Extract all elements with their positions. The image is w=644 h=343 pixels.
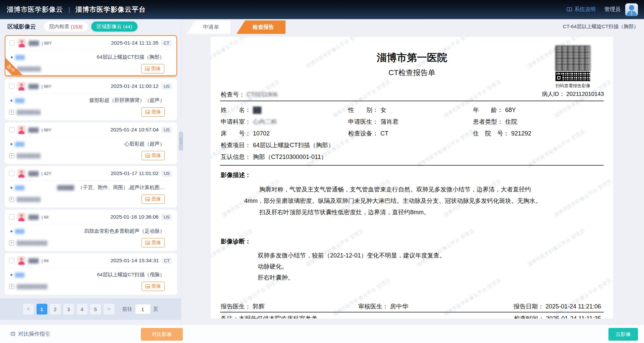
exam-card[interactable]: 选中 ███ | 64 2025-01-14 15:34:31 CT ███ 6… xyxy=(5,253,177,295)
goto-page-input[interactable] xyxy=(135,304,151,314)
page-unit-label: 页 xyxy=(153,306,158,312)
device-value: CT xyxy=(380,130,388,137)
image-button-label: 图像 xyxy=(152,153,161,159)
view-images-button[interactable]: 图像 xyxy=(142,282,165,291)
exam-card[interactable]: 选中 ███ | 68Y 2025-01-24 11:00:12 US ███ … xyxy=(5,79,177,120)
page-button-4[interactable]: 4 xyxy=(77,304,88,315)
report-note-row: 备注：本报告仅供本院临床科室参考 检查时间： 2025-01-24 11:11:… xyxy=(221,315,601,319)
status-dot xyxy=(10,230,12,232)
exam-name: 64层以上螺旋CT扫描（颅脑） xyxy=(97,272,165,278)
expand-plus-icon[interactable]: + xyxy=(9,197,14,202)
exam-status-blurred: ███ xyxy=(15,185,25,190)
patient-id-label: 病人ID： xyxy=(542,91,565,97)
cloud-images-button[interactable]: 云影像 xyxy=(608,328,638,341)
hospital-name-blurred: ███████ xyxy=(17,197,41,202)
hospital-name-blurred: ███████ xyxy=(17,110,41,115)
image-button-label: 图像 xyxy=(152,283,161,289)
info-row-3: 床 号：10702 检查设备：CT 住 院 号：921292 xyxy=(221,129,603,137)
expand-plus-icon[interactable]: + xyxy=(9,284,14,289)
tab-request-form[interactable]: 申请单 xyxy=(187,20,230,34)
image-button-label: 图像 xyxy=(152,196,161,202)
exam-time-value: 2025-01-24 11:11:35 xyxy=(546,315,601,319)
user-avatar[interactable] xyxy=(625,3,638,16)
exam-status-blurred: ███ xyxy=(15,142,25,147)
qr-caption: 扫码查看报告影像 xyxy=(536,83,610,89)
exam-card[interactable]: 选中 ███ | 42Y 2025-01-17 11:01:02 US ███ … xyxy=(5,166,177,208)
status-dot xyxy=(10,143,12,145)
info-row-1: 姓 名：██ 性 别：女 年 龄：68Y xyxy=(221,106,603,114)
next-page-button[interactable]: > xyxy=(104,304,114,315)
compare-images-button[interactable]: 对比影像 xyxy=(141,328,183,341)
patient-avatar xyxy=(17,213,26,221)
status-dot xyxy=(11,56,13,58)
patient-avatar xyxy=(17,82,26,91)
patient-name-blurred: ███ xyxy=(29,84,39,89)
exam-datetime: 2025-01-24 11:00:12 xyxy=(111,83,159,89)
page-button-1[interactable]: 1 xyxy=(37,304,47,315)
hospital-name-blurred: ███████ xyxy=(17,153,41,158)
exam-card[interactable]: 选中 ███ | 68Y 2025-01-24 10:57:04 US ███ … xyxy=(5,122,177,164)
card-checkbox[interactable] xyxy=(9,40,15,46)
compare-guide-link[interactable]: 对比操作指引 xyxy=(10,331,50,338)
panel-resize-handle[interactable] xyxy=(179,131,183,151)
card-checkbox[interactable] xyxy=(9,171,14,176)
exam-datetime: 2025-01-24 11:11:35 xyxy=(111,40,159,46)
modality-badge: US xyxy=(161,214,172,220)
tab-exam-report[interactable]: 检查报告 xyxy=(236,20,285,34)
qr-block: 扫码查看报告影像 病人ID： 202112010143 xyxy=(536,46,610,98)
view-images-button[interactable]: 图像 xyxy=(142,151,165,160)
view-images-button[interactable]: 图像 xyxy=(142,238,165,247)
guide-icon xyxy=(10,331,16,337)
image-icon xyxy=(145,154,150,158)
page-button-5[interactable]: 5 xyxy=(90,304,101,315)
view-images-button[interactable]: 图像 xyxy=(142,107,165,117)
inpatient-no-value: 921292 xyxy=(511,130,531,137)
tab-hospital-exams[interactable]: 院内检查 (153) xyxy=(44,21,88,32)
exam-card[interactable]: 选中 ███ | 68Y 2025-01-24 11:11:35 CT ███ … xyxy=(5,35,177,77)
patient-age: | 64 xyxy=(42,258,49,263)
report-date-value: 2025-01-24 11:21:06 xyxy=(545,303,601,310)
tab-regional-cloud[interactable]: 区域影像云 (44) xyxy=(91,21,138,32)
card-checkbox[interactable] xyxy=(9,258,14,263)
tab-label: 区域影像云 xyxy=(97,23,122,30)
modality-badge: CT xyxy=(161,40,172,46)
expand-plus-icon[interactable]: + xyxy=(9,240,14,245)
patient-name-blurred: ███ xyxy=(29,215,39,220)
user-name: 管理员 xyxy=(604,6,621,13)
note-value: 本报告仅供本院临床科室参考 xyxy=(239,315,317,319)
report-footer-row: 报告医生： 郭辉 审核医生： 房中华 报告日期： 2025-01-24 11:2… xyxy=(221,302,601,310)
brand-divider: | xyxy=(68,6,70,13)
hospital-name-blurred: ███████ xyxy=(17,66,41,71)
gender-value: 女 xyxy=(380,107,386,113)
image-icon xyxy=(145,110,150,114)
patient-age: | 68Y xyxy=(42,127,52,132)
request-doctor-value: 蒲肖君 xyxy=(380,118,398,125)
expand-plus-icon[interactable]: + xyxy=(9,110,14,115)
help-label: 系统说明 xyxy=(574,6,596,13)
card-checkbox[interactable] xyxy=(9,127,14,132)
patient-age: | 42Y xyxy=(42,171,52,176)
expand-plus-icon[interactable]: + xyxy=(9,153,14,158)
card-checkbox[interactable] xyxy=(9,214,14,220)
goto-label: 前往 xyxy=(122,306,132,312)
modality-badge: US xyxy=(161,127,172,133)
view-images-button[interactable]: 图像 xyxy=(142,194,165,204)
page-button-2[interactable]: 2 xyxy=(50,304,61,315)
exam-card[interactable]: 选中 ███ | 64 2025-01-16 10:36:06 US ███ 四… xyxy=(5,210,177,251)
card-checkbox[interactable] xyxy=(9,83,14,89)
system-help-link[interactable]: 系统说明 xyxy=(567,6,596,13)
image-icon xyxy=(145,241,150,245)
page-button-3[interactable]: 3 xyxy=(63,304,74,315)
modality-badge: US xyxy=(161,83,172,90)
bed-no-value: 10702 xyxy=(253,130,270,137)
view-images-button[interactable]: 图像 xyxy=(141,64,164,73)
patient-avatar xyxy=(17,169,26,178)
modality-badge: CT xyxy=(162,258,172,264)
app-header: 淄博市医学影像云 | 淄博市医学影像云平台 系统说明 管理员 xyxy=(0,0,644,19)
diag-heading: 影像诊断： xyxy=(221,237,251,245)
prev-page-button[interactable]: < xyxy=(23,304,34,315)
exam-status-blurred: ███ xyxy=(15,98,25,103)
hospital-name-blurred: █████████ xyxy=(17,284,48,289)
exam-datetime: 2025-01-16 10:36:06 xyxy=(110,214,159,220)
exam-item-value: 64层以上螺旋CT扫描（胸部） xyxy=(253,142,334,149)
